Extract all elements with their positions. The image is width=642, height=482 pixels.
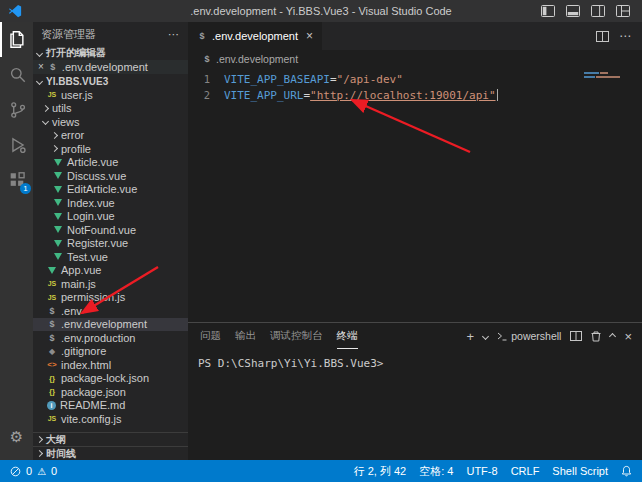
status-bar: 0 ⚠ 0 行 2, 列 42 空格: 4 UTF-8 CRLF Shell S…: [0, 460, 642, 482]
editor-code-area[interactable]: 1VITE_APP_BASEAPI="/api-dev" 2VITE_APP_U…: [188, 68, 642, 322]
tree-folder-views[interactable]: views: [33, 115, 188, 129]
vue-icon: [54, 226, 62, 233]
tree-item-env-development[interactable]: .env.development: [33, 318, 188, 332]
tab-terminal[interactable]: 终端: [337, 323, 358, 349]
vue-icon: [54, 240, 62, 247]
tree-item-gitignore[interactable]: .gitignore: [33, 345, 188, 359]
open-editor-item-env-development[interactable]: × .env.development: [33, 60, 188, 74]
source-control-activity-icon[interactable]: [0, 92, 33, 127]
tree-item-permission-js[interactable]: permission.js: [33, 291, 188, 305]
tree-item-notfound-vue[interactable]: NotFound.vue: [33, 223, 188, 237]
vscode-window: .env.development - Yi.BBS.Vue3 - Visual …: [0, 0, 642, 482]
tree-item-index-vue[interactable]: Index.vue: [33, 196, 188, 210]
notifications-bell-icon[interactable]: [621, 465, 632, 477]
tree-item-test-vue[interactable]: Test.vue: [33, 250, 188, 264]
tree-item-vite-config-js[interactable]: vite.config.js: [33, 412, 188, 426]
more-actions-icon[interactable]: ⋯: [619, 29, 632, 43]
tree-folder-utils[interactable]: utils: [33, 102, 188, 116]
editor-tab-bar: .env.development × ⋯: [188, 22, 642, 50]
search-activity-icon[interactable]: [0, 57, 33, 92]
toggle-secondary-sidebar-icon[interactable]: [591, 5, 605, 17]
tree-item-discuss-vue[interactable]: Discuss.vue: [33, 169, 188, 183]
terminal-content[interactable]: PS D:\CSharp\Yi\Yi.BBS.Vue3>: [188, 349, 642, 460]
code-line: 2VITE_APP_URL="http://localhost:19001/ap…: [188, 87, 642, 103]
customize-layout-icon[interactable]: [616, 5, 630, 17]
chevron-down-icon[interactable]: [482, 332, 489, 339]
vue-icon: [54, 213, 62, 220]
problems-status[interactable]: 0 ⚠ 0: [10, 465, 57, 477]
extensions-badge: 1: [20, 183, 31, 194]
panel-tab-bar: 问题 输出 调试控制台 终端 + powershell: [188, 323, 642, 349]
tree-item-app-vue[interactable]: App.vue: [33, 264, 188, 278]
tab-env-development[interactable]: .env.development ×: [188, 22, 322, 50]
eol-status[interactable]: CRLF: [511, 465, 540, 477]
maximize-panel-icon[interactable]: [609, 332, 616, 339]
indentation-status[interactable]: 空格: 4: [419, 464, 453, 479]
layout-controls: [541, 5, 630, 17]
js-icon: [47, 415, 57, 422]
tab-problems[interactable]: 问题: [200, 323, 221, 349]
tree-item-main-js[interactable]: main.js: [33, 277, 188, 291]
tree-item-index-html[interactable]: index.html: [33, 358, 188, 372]
kill-terminal-trash-icon[interactable]: [591, 331, 601, 342]
tree-item-article-vue[interactable]: Article.vue: [33, 156, 188, 170]
chevron-down-icon: [42, 118, 49, 125]
cursor-position-status[interactable]: 行 2, 列 42: [354, 464, 407, 479]
toggle-sidebar-icon[interactable]: [541, 5, 555, 17]
project-section-header[interactable]: YI.BBS.VUE3: [33, 74, 188, 88]
tab-output[interactable]: 输出: [235, 323, 256, 349]
tree-item-register-vue[interactable]: Register.vue: [33, 237, 188, 251]
chevron-down-icon: [36, 77, 43, 84]
split-terminal-icon[interactable]: [570, 331, 582, 341]
timeline-section-header[interactable]: 时间线: [33, 446, 188, 460]
title-bar: .env.development - Yi.BBS.Vue3 - Visual …: [0, 0, 642, 22]
shell-icon: [47, 319, 57, 329]
chevron-right-icon: [51, 145, 58, 152]
status-right: 行 2, 列 42 空格: 4 UTF-8 CRLF Shell Script: [354, 464, 632, 479]
outline-section-header[interactable]: 大纲: [33, 432, 188, 446]
shell-icon: [47, 333, 57, 343]
tree-item-user-js[interactable]: user.js: [33, 88, 188, 102]
chevron-right-icon: [42, 105, 49, 112]
close-icon[interactable]: ×: [306, 29, 313, 43]
chevron-right-icon: [36, 450, 43, 457]
sidebar-more-actions-icon[interactable]: ⋯: [168, 28, 180, 41]
language-mode-status[interactable]: Shell Script: [552, 465, 608, 477]
activity-bar: 1 ⚙: [0, 22, 33, 460]
chevron-right-icon: [36, 436, 43, 443]
tree-item-package-json[interactable]: package.json: [33, 385, 188, 399]
encoding-status[interactable]: UTF-8: [466, 465, 497, 477]
terminal-shell-selector[interactable]: powershell: [497, 330, 561, 342]
close-icon[interactable]: ×: [38, 62, 44, 72]
close-panel-icon[interactable]: ×: [624, 329, 632, 344]
chevron-right-icon: [51, 132, 58, 139]
tree-folder-error[interactable]: error: [33, 129, 188, 143]
split-editor-icon[interactable]: [596, 31, 609, 42]
extensions-activity-icon[interactable]: 1: [0, 162, 33, 197]
tree-item-login-vue[interactable]: Login.vue: [33, 210, 188, 224]
tree-item-editarticle-vue[interactable]: EditArticle.vue: [33, 183, 188, 197]
tab-debug-console[interactable]: 调试控制台: [270, 323, 323, 349]
tree-item-readme-md[interactable]: README.md: [33, 399, 188, 413]
git-icon: [47, 347, 57, 356]
vue-icon: [54, 172, 62, 179]
file-tree: user.js utils views error profile Articl…: [33, 88, 188, 426]
tree-item-package-lock-json[interactable]: package-lock.json: [33, 372, 188, 386]
toggle-panel-icon[interactable]: [566, 5, 580, 17]
open-editors-section-header[interactable]: 打开的编辑器: [33, 46, 188, 60]
tree-item-env-production[interactable]: .env.production: [33, 331, 188, 345]
shell-icon: [197, 31, 207, 41]
settings-gear-icon[interactable]: ⚙: [0, 422, 33, 452]
new-terminal-icon[interactable]: +: [467, 329, 475, 344]
sidebar-header: 资源管理器 ⋯: [33, 22, 188, 46]
breadcrumb[interactable]: .env.development: [188, 50, 642, 68]
run-debug-activity-icon[interactable]: [0, 127, 33, 162]
sidebar-title: 资源管理器: [41, 27, 96, 42]
minimap[interactable]: [584, 72, 628, 80]
cursor-caret: [497, 89, 498, 101]
tree-item-env[interactable]: .env: [33, 304, 188, 318]
terminal-prompt: PS D:\CSharp\Yi\Yi.BBS.Vue3>: [198, 357, 383, 370]
explorer-activity-icon[interactable]: [0, 22, 33, 57]
bottom-panel: 问题 输出 调试控制台 终端 + powershell: [188, 322, 642, 460]
tree-folder-profile[interactable]: profile: [33, 142, 188, 156]
